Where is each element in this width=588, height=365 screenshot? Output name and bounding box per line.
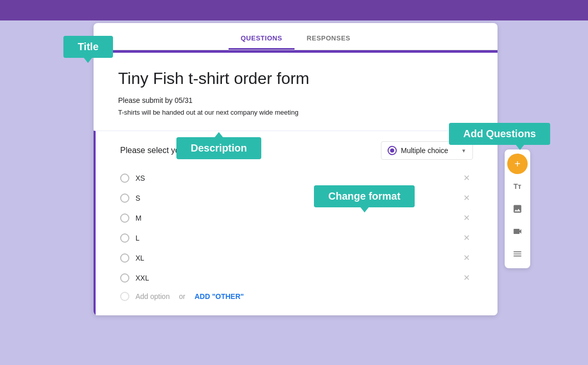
form-description[interactable]: T-shirts will be handed out at our next … <box>118 109 473 116</box>
option-label-xl: XL <box>135 254 454 262</box>
add-option-text[interactable]: Add option <box>135 292 170 300</box>
option-label-xs: XS <box>135 174 454 182</box>
text-title-icon: Tт <box>513 182 521 190</box>
option-radio-icon <box>120 194 129 203</box>
remove-option-m[interactable]: ✕ <box>460 212 473 224</box>
add-question-button[interactable]: + <box>507 154 528 174</box>
remove-option-s[interactable]: ✕ <box>460 192 473 204</box>
form-subtitle[interactable]: Please submit by 05/31 <box>118 96 473 104</box>
tooltip-description: Description <box>176 137 261 159</box>
tooltip-title: Title <box>63 36 113 58</box>
remove-option-xl[interactable]: ✕ <box>460 252 473 264</box>
tooltip-add-questions: Add Questions <box>449 123 550 145</box>
tooltip-change-format: Change format <box>314 185 415 207</box>
list-item: XXL ✕ <box>120 268 473 288</box>
question-section: Please select your t-shirt size Multiple… <box>94 131 497 315</box>
add-title-button[interactable]: Tт <box>507 176 528 197</box>
option-radio-icon <box>120 213 129 223</box>
option-label-l: L <box>135 234 454 242</box>
top-bar <box>0 0 588 20</box>
list-item: XS ✕ <box>120 168 473 188</box>
add-section-button[interactable] <box>507 244 528 264</box>
option-radio-icon <box>120 233 129 243</box>
option-radio-icon <box>120 273 129 283</box>
option-radio-icon <box>120 253 129 263</box>
format-text: Multiple choice <box>401 146 457 155</box>
add-option-row: Add option or ADD "OTHER" <box>120 288 473 305</box>
option-label-xxl: XXL <box>135 274 454 282</box>
form-title[interactable]: Tiny Fish t-shirt order form <box>118 69 473 88</box>
list-item: M ✕ <box>120 208 473 228</box>
list-item: XL ✕ <box>120 248 473 268</box>
form-card: QUESTIONS RESPONSES Tiny Fish t-shirt or… <box>94 23 497 315</box>
section-icon <box>512 249 523 259</box>
remove-option-xs[interactable]: ✕ <box>460 172 473 184</box>
add-option-circle-icon <box>120 292 129 301</box>
remove-option-l[interactable]: ✕ <box>460 232 473 244</box>
right-sidebar: + Tт <box>505 149 530 268</box>
image-icon <box>512 204 523 214</box>
format-radio-inner <box>390 148 394 153</box>
video-icon <box>512 226 523 237</box>
option-radio-icon <box>120 174 129 183</box>
option-label-m: M <box>135 214 454 222</box>
tab-responses[interactable]: RESPONSES <box>295 28 363 50</box>
tab-questions[interactable]: QUESTIONS <box>229 28 295 50</box>
tabs-bar: QUESTIONS RESPONSES <box>94 23 497 50</box>
form-header: Tiny Fish t-shirt order form Please subm… <box>94 50 497 126</box>
add-other-button[interactable]: ADD "OTHER" <box>194 292 244 300</box>
list-item: S ✕ <box>120 188 473 208</box>
chevron-down-icon: ▼ <box>461 148 466 154</box>
format-radio-icon <box>388 146 397 155</box>
add-image-button[interactable] <box>507 199 528 219</box>
question-row: Please select your t-shirt size Multiple… <box>120 141 473 160</box>
list-item: L ✕ <box>120 228 473 248</box>
remove-option-xxl[interactable]: ✕ <box>460 272 473 284</box>
add-video-button[interactable] <box>507 221 528 242</box>
